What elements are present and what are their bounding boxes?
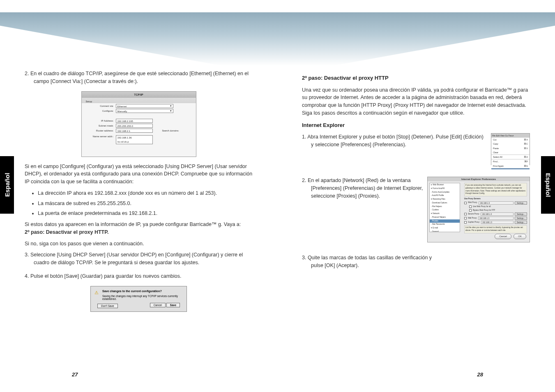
pr-gopher: Gopher Proxy: bbox=[468, 221, 480, 224]
bullet-2: La máscara de subred es 255.255.255.0. bbox=[38, 200, 253, 208]
left-para1: Si en el campo [Configure] (Configurar) … bbox=[25, 163, 253, 186]
mi-paste: Paste bbox=[493, 147, 499, 150]
sb-4: ▾ Receiving Files bbox=[430, 198, 460, 201]
prefs-sidebar: ▸ Web Browser ▾ Forms AutoFill ◦ Forms A… bbox=[429, 183, 460, 232]
sb-9: ◦ Protocol Helpers bbox=[430, 216, 460, 219]
save-dialog-msg: Save changes to the current configuratio… bbox=[102, 290, 182, 293]
mi-clear: Clear bbox=[493, 151, 498, 154]
subnet-label: Subnet mask: bbox=[86, 125, 114, 127]
pr-gopher-set: Settings... bbox=[515, 221, 527, 224]
sb-8: ▾ Network bbox=[430, 212, 460, 216]
page-left: 2. En el cuadro de diálogo TCP/IP, asegú… bbox=[0, 0, 277, 392]
prefs-cancel: Cancel bbox=[495, 234, 511, 239]
mi-findagain: Find Again bbox=[493, 164, 504, 168]
warning-icon: ⚠ bbox=[94, 290, 99, 295]
pr-web-set: Settings... bbox=[515, 201, 527, 205]
save-button: Save bbox=[166, 303, 180, 307]
mi-selectall: Select All bbox=[493, 155, 502, 159]
pr-bypass: Bypass Web Proxy for FTP bbox=[473, 209, 495, 212]
sb-6: ◦ File Helpers bbox=[430, 205, 460, 209]
pr-mail-val: 192.168.1.3 bbox=[478, 217, 514, 220]
prefs-list-hint: List the sites you want to connect to di… bbox=[464, 225, 527, 233]
configure-label: Configure: bbox=[86, 110, 114, 112]
right-step1-item: File Edit View Go Favor Cut⌘X Copy⌘C Pas… bbox=[302, 133, 530, 169]
cancel-button: Cancel bbox=[150, 303, 166, 307]
sb-7: ◦ Cookies bbox=[430, 208, 460, 212]
left-step4: 4. Pulse el botón [Save] (Guardar) para … bbox=[25, 272, 253, 280]
preferences-dialog-image: Internet Explorer Preferences ▸ Web Brow… bbox=[427, 177, 530, 242]
tcpip-dialog-image: TCP/IP Setup Connect via: Ethernet Confi… bbox=[81, 91, 196, 157]
left-para2-bold: 2º paso: Desactivar el proxy HTTP. bbox=[25, 229, 108, 235]
mi-selectall-key: ⌘A bbox=[524, 155, 528, 159]
pr-web-val: 192.168.1.3 bbox=[479, 201, 514, 205]
right-intro: Una vez que su ordenador posea una direc… bbox=[302, 86, 530, 117]
prefs-hint: If you are accessing the Internet from a… bbox=[464, 183, 527, 196]
pr-gopher-val: 192.168.1.3 bbox=[481, 221, 514, 224]
mi-find: Find... bbox=[493, 160, 499, 163]
left-para3: Si no, siga con los pasos que vienen a c… bbox=[25, 240, 253, 248]
right-step3: 3. Quite las marcas de todas las casilla… bbox=[302, 254, 433, 270]
pr-weball: Use Web Proxy for all bbox=[473, 205, 491, 208]
connect-via-label: Connect via: bbox=[86, 105, 114, 107]
router-label: Router address: bbox=[86, 129, 114, 132]
ip-label: IP Address: bbox=[86, 120, 114, 122]
pr-secure: Secure Proxy: bbox=[468, 213, 479, 216]
pr-mail: Mail Proxy: bbox=[468, 217, 477, 220]
right-step2: 2. En el apartado [Network] (Red) de la … bbox=[302, 177, 433, 200]
configure-field: Manually bbox=[116, 109, 173, 113]
right-heading1: 2º paso: Desactivar el proxy HTTP bbox=[302, 74, 530, 82]
side-tab-left: Español bbox=[0, 156, 14, 214]
right-step2-item: Internet Explorer Preferences ▸ Web Brow… bbox=[302, 177, 530, 247]
edit-menu-image: File Edit View Go Favor Cut⌘X Copy⌘C Pas… bbox=[491, 133, 530, 165]
search-domains-label: Search domains: bbox=[162, 129, 179, 132]
mi-paste-key: ⌘V bbox=[524, 147, 528, 150]
connect-via-field: Ethernet bbox=[116, 104, 173, 108]
dont-save-button: Don't Save bbox=[97, 304, 118, 308]
left-step2: 2. En el cuadro de diálogo TCP/IP, asegú… bbox=[25, 70, 253, 85]
mi-cut-key: ⌘X bbox=[524, 138, 528, 141]
left-para2: Si estos datos ya aparecen en la informa… bbox=[25, 221, 253, 236]
sb-13: ◦ General bbox=[430, 230, 460, 232]
pr-mail-set: Settings... bbox=[515, 217, 527, 220]
left-para2-text: Si estos datos ya aparecen en la informa… bbox=[25, 221, 241, 227]
pr-secure-set: Settings... bbox=[515, 212, 527, 216]
prefs-section: Use Proxy Servers bbox=[464, 198, 527, 201]
mi-find-key: ⌘F bbox=[524, 160, 528, 163]
mi-prefs: Preferences... bbox=[493, 169, 507, 169]
bullet-1: La dirección IP ahora es 192.168.2.xxx (… bbox=[38, 189, 253, 197]
sb-12: ▾ E-mail bbox=[430, 226, 460, 230]
bullet-3: La puerta de enlace predeterminada es 19… bbox=[38, 210, 253, 217]
subnet-field: 255.255.255.0 bbox=[116, 124, 153, 128]
page-number-left: 27 bbox=[72, 371, 78, 378]
save-dialog-sub: Saving the changes may interrupt any TCP… bbox=[102, 295, 182, 300]
mi-findagain-key: ⌘G bbox=[524, 164, 528, 168]
bullet-list: La dirección IP ahora es 192.168.2.xxx (… bbox=[25, 189, 253, 217]
tcpip-title: TCP/IP bbox=[82, 92, 196, 98]
right-step3-item: 3. Quite las marcas de todas las casilla… bbox=[302, 254, 530, 270]
sb-2: ◦ Forms AutoComplete bbox=[430, 191, 460, 194]
menubar: File Edit View Go Favor bbox=[491, 134, 530, 138]
sb-3: ◦ AutoFill Profile bbox=[430, 194, 460, 198]
router-field: 192.168.2.1 bbox=[116, 129, 153, 133]
sb-5: ◦ Download Options bbox=[430, 201, 460, 205]
tcpip-setup-label: Setup bbox=[86, 100, 192, 103]
pr-web: Web Proxy: bbox=[468, 201, 477, 204]
pr-secure-val: 192.168.1.3 bbox=[481, 212, 514, 216]
mi-cut: Cut bbox=[493, 138, 497, 141]
mi-copy-key: ⌘C bbox=[524, 142, 528, 145]
page-number-right: 28 bbox=[477, 371, 483, 378]
save-dialog-image: ⚠ Save changes to the current configurat… bbox=[90, 286, 187, 312]
sb-1: ▾ Forms AutoFill bbox=[430, 187, 460, 191]
ie-heading: Internet Explorer bbox=[302, 121, 530, 129]
ip-field: 192.168.2.195 bbox=[116, 119, 153, 123]
page-right: 2º paso: Desactivar el proxy HTTP Una ve… bbox=[277, 0, 555, 392]
mi-copy: Copy bbox=[493, 142, 498, 145]
dns-field: 192.168.1.36 ns.rof.ds.p bbox=[116, 135, 153, 144]
dns-label: Name server addr.: bbox=[86, 135, 114, 138]
side-tab-right: Español bbox=[541, 156, 555, 214]
prefs-ok: OK bbox=[514, 234, 526, 239]
left-step3: 3. Seleccione [Using DHCP Server] (Usar … bbox=[25, 251, 253, 267]
prefs-title: Internet Explorer Preferences bbox=[428, 177, 530, 181]
sb-10: ◦ Proxies bbox=[430, 219, 460, 223]
sb-11: ◦ Site Passwords bbox=[430, 223, 460, 226]
